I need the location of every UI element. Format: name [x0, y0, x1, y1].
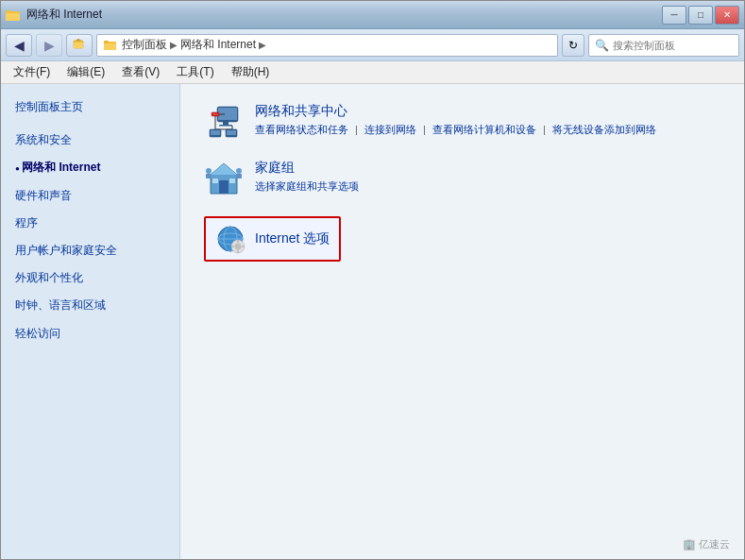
close-button[interactable]: ✕ [715, 6, 739, 25]
svg-rect-7 [104, 43, 116, 50]
sidebar-item-appearance[interactable]: 外观和个性化 [1, 264, 179, 292]
svg-rect-12 [219, 125, 232, 127]
homegroup-item: 家庭组 选择家庭组和共享选项 [204, 160, 720, 199]
svg-marker-24 [211, 163, 237, 175]
svg-rect-22 [227, 130, 236, 135]
address-path: 控制面板 ▶ 网络和 Internet ▶ [122, 37, 266, 53]
folder-icon [6, 8, 21, 23]
path-part1: 控制面板 [122, 37, 167, 53]
link-view-computers[interactable]: 查看网络计算机和设备 [432, 124, 536, 135]
back-button[interactable]: ◀ [6, 34, 32, 57]
svg-point-37 [235, 244, 242, 250]
refresh-button[interactable]: ↻ [562, 34, 584, 57]
divider3: | [543, 124, 546, 135]
minimize-button[interactable]: ─ [662, 6, 686, 25]
svg-rect-2 [6, 10, 11, 13]
svg-rect-41 [242, 246, 245, 247]
link-add-wireless[interactable]: 将无线设备添加到网络 [552, 124, 656, 135]
homegroup-links: 选择家庭组和共享选项 [255, 179, 720, 194]
menu-help[interactable]: 帮助(H) [224, 62, 278, 82]
title-bar: 网络和 Internet ─ □ ✕ [1, 1, 744, 29]
sidebar-item-home[interactable]: 控制面板主页 [1, 93, 179, 121]
maximize-button[interactable]: □ [688, 6, 713, 25]
svg-rect-11 [223, 122, 229, 125]
homegroup-title[interactable]: 家庭组 [255, 160, 720, 177]
sidebar-item-accessibility[interactable]: 轻松访问 [1, 320, 179, 348]
link-connect[interactable]: 连接到网络 [364, 124, 416, 135]
up-button[interactable] [66, 34, 93, 57]
network-sharing-item: 网络和共享中心 查看网络状态和任务 | 连接到网络 | 查看网络计算机和设备 |… [204, 103, 720, 143]
svg-rect-40 [231, 246, 234, 247]
internet-options-item: Internet 选项 [204, 216, 720, 262]
search-icon: 🔍 [595, 39, 609, 52]
path-part2: 网络和 Internet [180, 37, 256, 53]
svg-rect-4 [74, 42, 83, 48]
internet-options-title[interactable]: Internet 选项 [255, 230, 330, 247]
title-buttons: ─ □ ✕ [662, 6, 739, 25]
sidebar-item-accounts[interactable]: 用户帐户和家庭安全 [1, 237, 179, 264]
menu-view[interactable]: 查看(V) [114, 62, 167, 82]
internet-options-box[interactable]: Internet 选项 [204, 216, 341, 262]
sidebar: 控制面板主页 系统和安全 网络和 Internet 硬件和声音 程序 用户帐户和… [1, 84, 180, 559]
svg-rect-20 [211, 130, 220, 135]
svg-rect-39 [237, 250, 239, 253]
menu-tools[interactable]: 工具(T) [169, 62, 221, 82]
sidebar-item-programs[interactable]: 程序 [1, 210, 179, 237]
address-bar: ◀ ▶ 控制面板 ▶ 网络和 Internet ▶ ↻ 🔍 [1, 29, 744, 61]
network-sharing-icon [204, 103, 244, 143]
svg-rect-31 [236, 174, 242, 178]
title-bar-left: 网络和 Internet [6, 7, 102, 23]
link-view-status[interactable]: 查看网络状态和任务 [255, 124, 348, 135]
folder-address-icon [103, 38, 118, 53]
internet-options-icon [215, 224, 246, 254]
homegroup-icon [204, 160, 244, 199]
up-icon [73, 39, 86, 52]
menu-edit[interactable]: 编辑(E) [59, 62, 112, 82]
divider2: | [423, 124, 426, 135]
svg-point-28 [206, 168, 212, 174]
content-area: 控制面板主页 系统和安全 网络和 Internet 硬件和声音 程序 用户帐户和… [1, 84, 744, 559]
path-arrow2: ▶ [259, 40, 266, 50]
network-sharing-title[interactable]: 网络和共享中心 [255, 103, 720, 120]
svg-rect-1 [6, 13, 20, 21]
svg-rect-8 [104, 41, 109, 43]
watermark: 🏢 亿速云 [683, 537, 730, 552]
menu-file[interactable]: 文件(F) [6, 62, 58, 82]
network-sharing-info: 网络和共享中心 查看网络状态和任务 | 连接到网络 | 查看网络计算机和设备 |… [255, 103, 720, 137]
svg-point-30 [236, 168, 242, 174]
path-arrow1: ▶ [170, 40, 178, 50]
svg-marker-5 [76, 39, 81, 41]
svg-rect-29 [206, 174, 212, 178]
divider1: | [355, 124, 358, 135]
sidebar-item-hardware[interactable]: 硬件和声音 [1, 182, 179, 210]
main-panel: 网络和共享中心 查看网络状态和任务 | 连接到网络 | 查看网络计算机和设备 |… [180, 84, 744, 559]
svg-rect-38 [237, 240, 239, 243]
svg-rect-27 [229, 178, 235, 183]
search-container: 🔍 [588, 34, 739, 57]
sidebar-item-network[interactable]: 网络和 Internet [1, 154, 179, 181]
sidebar-item-system[interactable]: 系统和安全 [1, 127, 179, 154]
svg-rect-26 [212, 178, 218, 183]
svg-rect-14 [212, 113, 218, 115]
network-sharing-links: 查看网络状态和任务 | 连接到网络 | 查看网络计算机和设备 | 将无线设备添加… [255, 123, 720, 137]
search-input[interactable] [613, 40, 743, 51]
sidebar-item-clock[interactable]: 时钟、语言和区域 [1, 292, 179, 319]
homegroup-info: 家庭组 选择家庭组和共享选项 [255, 160, 720, 194]
main-window: 网络和 Internet ─ □ ✕ ◀ ▶ 控制面板 ▶ [0, 0, 745, 560]
address-path-container[interactable]: 控制面板 ▶ 网络和 Internet ▶ [96, 34, 558, 57]
forward-button[interactable]: ▶ [36, 34, 62, 57]
svg-rect-25 [219, 180, 229, 194]
link-homegroup-share[interactable]: 选择家庭组和共享选项 [255, 180, 359, 192]
menu-bar: 文件(F) 编辑(E) 查看(V) 工具(T) 帮助(H) [1, 61, 744, 84]
window-title: 网络和 Internet [26, 7, 102, 23]
